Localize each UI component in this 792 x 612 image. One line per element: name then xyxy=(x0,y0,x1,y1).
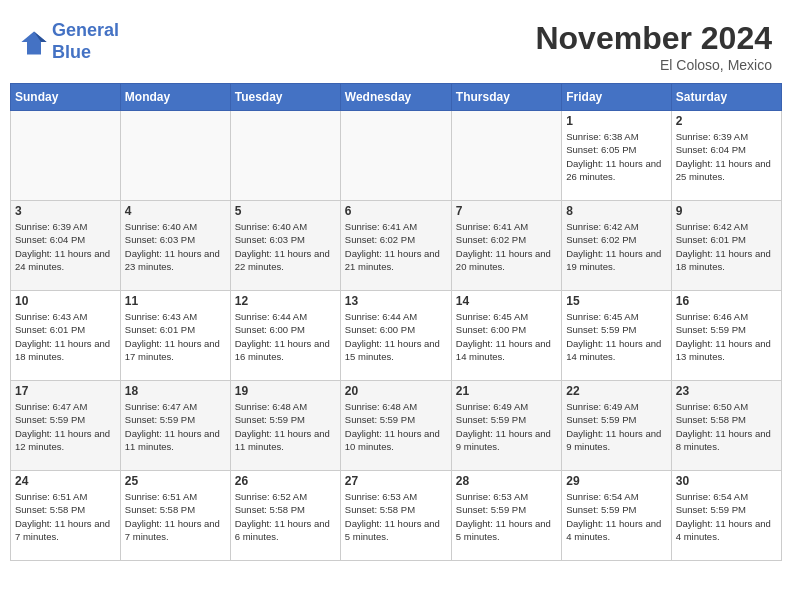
sunset: Sunset: 5:59 PM xyxy=(566,414,636,425)
sunset: Sunset: 6:00 PM xyxy=(235,324,305,335)
sunrise: Sunrise: 6:47 AM xyxy=(125,401,197,412)
day-info: Sunrise: 6:49 AM Sunset: 5:59 PM Dayligh… xyxy=(566,400,666,453)
day-cell: 18 Sunrise: 6:47 AM Sunset: 5:59 PM Dayl… xyxy=(120,381,230,471)
day-cell: 20 Sunrise: 6:48 AM Sunset: 5:59 PM Dayl… xyxy=(340,381,451,471)
day-info: Sunrise: 6:49 AM Sunset: 5:59 PM Dayligh… xyxy=(456,400,557,453)
daylight: Daylight: 11 hours and 5 minutes. xyxy=(345,518,440,542)
daylight: Daylight: 11 hours and 4 minutes. xyxy=(676,518,771,542)
day-number: 17 xyxy=(15,384,116,398)
daylight: Daylight: 11 hours and 21 minutes. xyxy=(345,248,440,272)
day-number: 24 xyxy=(15,474,116,488)
daylight: Daylight: 11 hours and 9 minutes. xyxy=(456,428,551,452)
daylight: Daylight: 11 hours and 9 minutes. xyxy=(566,428,661,452)
day-number: 12 xyxy=(235,294,336,308)
sunset: Sunset: 5:59 PM xyxy=(566,324,636,335)
sunset: Sunset: 5:58 PM xyxy=(676,414,746,425)
day-number: 29 xyxy=(566,474,666,488)
sunrise: Sunrise: 6:50 AM xyxy=(676,401,748,412)
sunrise: Sunrise: 6:49 AM xyxy=(566,401,638,412)
day-number: 4 xyxy=(125,204,226,218)
day-number: 1 xyxy=(566,114,666,128)
daylight: Daylight: 11 hours and 6 minutes. xyxy=(235,518,330,542)
sunrise: Sunrise: 6:43 AM xyxy=(125,311,197,322)
sunset: Sunset: 6:05 PM xyxy=(566,144,636,155)
daylight: Daylight: 11 hours and 7 minutes. xyxy=(15,518,110,542)
sunrise: Sunrise: 6:52 AM xyxy=(235,491,307,502)
daylight: Daylight: 11 hours and 8 minutes. xyxy=(676,428,771,452)
daylight: Daylight: 11 hours and 5 minutes. xyxy=(456,518,551,542)
daylight: Daylight: 11 hours and 18 minutes. xyxy=(15,338,110,362)
calendar-body: 1 Sunrise: 6:38 AM Sunset: 6:05 PM Dayli… xyxy=(11,111,782,561)
day-cell: 3 Sunrise: 6:39 AM Sunset: 6:04 PM Dayli… xyxy=(11,201,121,291)
day-info: Sunrise: 6:47 AM Sunset: 5:59 PM Dayligh… xyxy=(125,400,226,453)
daylight: Daylight: 11 hours and 11 minutes. xyxy=(125,428,220,452)
sunset: Sunset: 5:59 PM xyxy=(125,414,195,425)
sunrise: Sunrise: 6:53 AM xyxy=(456,491,528,502)
day-info: Sunrise: 6:53 AM Sunset: 5:59 PM Dayligh… xyxy=(456,490,557,543)
sunset: Sunset: 6:03 PM xyxy=(125,234,195,245)
sunrise: Sunrise: 6:48 AM xyxy=(345,401,417,412)
day-number: 26 xyxy=(235,474,336,488)
day-cell: 7 Sunrise: 6:41 AM Sunset: 6:02 PM Dayli… xyxy=(451,201,561,291)
sunrise: Sunrise: 6:53 AM xyxy=(345,491,417,502)
day-number: 2 xyxy=(676,114,777,128)
day-cell xyxy=(230,111,340,201)
day-info: Sunrise: 6:54 AM Sunset: 5:59 PM Dayligh… xyxy=(676,490,777,543)
sunset: Sunset: 6:04 PM xyxy=(676,144,746,155)
sunset: Sunset: 5:58 PM xyxy=(235,504,305,515)
day-number: 10 xyxy=(15,294,116,308)
day-info: Sunrise: 6:41 AM Sunset: 6:02 PM Dayligh… xyxy=(345,220,447,273)
day-cell: 28 Sunrise: 6:53 AM Sunset: 5:59 PM Dayl… xyxy=(451,471,561,561)
logo-line2: Blue xyxy=(52,42,91,62)
day-info: Sunrise: 6:42 AM Sunset: 6:02 PM Dayligh… xyxy=(566,220,666,273)
sunrise: Sunrise: 6:45 AM xyxy=(456,311,528,322)
day-info: Sunrise: 6:48 AM Sunset: 5:59 PM Dayligh… xyxy=(345,400,447,453)
day-info: Sunrise: 6:39 AM Sunset: 6:04 PM Dayligh… xyxy=(676,130,777,183)
sunset: Sunset: 6:01 PM xyxy=(125,324,195,335)
day-number: 19 xyxy=(235,384,336,398)
sunset: Sunset: 6:03 PM xyxy=(235,234,305,245)
day-cell: 5 Sunrise: 6:40 AM Sunset: 6:03 PM Dayli… xyxy=(230,201,340,291)
daylight: Daylight: 11 hours and 22 minutes. xyxy=(235,248,330,272)
weekday-thursday: Thursday xyxy=(451,84,561,111)
header: General Blue November 2024 El Coloso, Me… xyxy=(10,10,782,78)
daylight: Daylight: 11 hours and 12 minutes. xyxy=(15,428,110,452)
sunrise: Sunrise: 6:44 AM xyxy=(345,311,417,322)
sunrise: Sunrise: 6:43 AM xyxy=(15,311,87,322)
day-info: Sunrise: 6:41 AM Sunset: 6:02 PM Dayligh… xyxy=(456,220,557,273)
day-cell xyxy=(11,111,121,201)
day-number: 21 xyxy=(456,384,557,398)
day-number: 14 xyxy=(456,294,557,308)
sunset: Sunset: 6:00 PM xyxy=(456,324,526,335)
day-info: Sunrise: 6:40 AM Sunset: 6:03 PM Dayligh… xyxy=(125,220,226,273)
sunrise: Sunrise: 6:48 AM xyxy=(235,401,307,412)
day-info: Sunrise: 6:50 AM Sunset: 5:58 PM Dayligh… xyxy=(676,400,777,453)
day-info: Sunrise: 6:39 AM Sunset: 6:04 PM Dayligh… xyxy=(15,220,116,273)
daylight: Daylight: 11 hours and 23 minutes. xyxy=(125,248,220,272)
day-cell: 26 Sunrise: 6:52 AM Sunset: 5:58 PM Dayl… xyxy=(230,471,340,561)
day-number: 5 xyxy=(235,204,336,218)
sunset: Sunset: 5:59 PM xyxy=(676,504,746,515)
day-number: 30 xyxy=(676,474,777,488)
day-cell: 9 Sunrise: 6:42 AM Sunset: 6:01 PM Dayli… xyxy=(671,201,781,291)
sunset: Sunset: 5:59 PM xyxy=(15,414,85,425)
sunrise: Sunrise: 6:41 AM xyxy=(456,221,528,232)
day-info: Sunrise: 6:54 AM Sunset: 5:59 PM Dayligh… xyxy=(566,490,666,543)
day-info: Sunrise: 6:45 AM Sunset: 6:00 PM Dayligh… xyxy=(456,310,557,363)
day-info: Sunrise: 6:48 AM Sunset: 5:59 PM Dayligh… xyxy=(235,400,336,453)
day-number: 25 xyxy=(125,474,226,488)
sunrise: Sunrise: 6:49 AM xyxy=(456,401,528,412)
day-info: Sunrise: 6:38 AM Sunset: 6:05 PM Dayligh… xyxy=(566,130,666,183)
daylight: Daylight: 11 hours and 16 minutes. xyxy=(235,338,330,362)
day-number: 23 xyxy=(676,384,777,398)
day-cell: 25 Sunrise: 6:51 AM Sunset: 5:58 PM Dayl… xyxy=(120,471,230,561)
daylight: Daylight: 11 hours and 7 minutes. xyxy=(125,518,220,542)
day-cell: 19 Sunrise: 6:48 AM Sunset: 5:59 PM Dayl… xyxy=(230,381,340,471)
sunrise: Sunrise: 6:40 AM xyxy=(235,221,307,232)
daylight: Daylight: 11 hours and 10 minutes. xyxy=(345,428,440,452)
day-cell xyxy=(120,111,230,201)
calendar: SundayMondayTuesdayWednesdayThursdayFrid… xyxy=(10,83,782,561)
week-row-2: 3 Sunrise: 6:39 AM Sunset: 6:04 PM Dayli… xyxy=(11,201,782,291)
sunset: Sunset: 5:59 PM xyxy=(676,324,746,335)
title-section: November 2024 El Coloso, Mexico xyxy=(535,20,772,73)
